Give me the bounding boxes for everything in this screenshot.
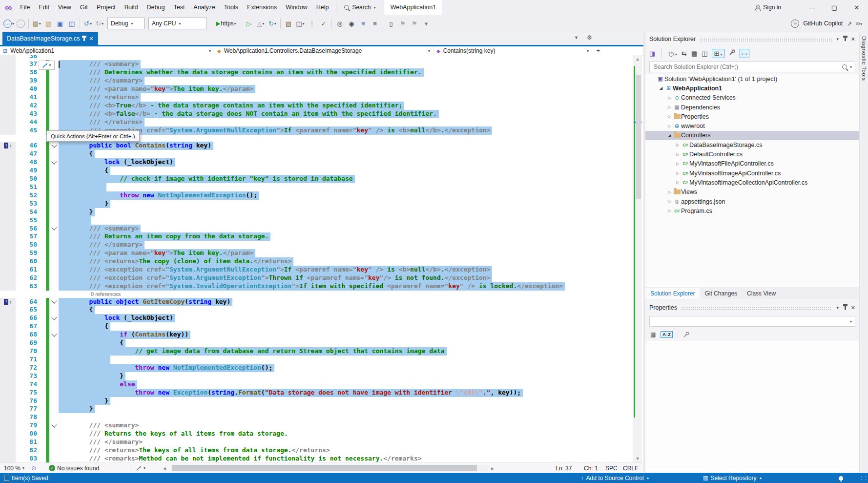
collapse-all-icon[interactable]: ▤ [691,50,697,57]
code-line-69[interactable]: 69 { [0,339,633,347]
fold-chevron-icon[interactable] [51,422,57,427]
tab-databaseimagestorage[interactable]: DataBaseImageStorage.cs ✕ [2,32,98,45]
decrease-indent-icon[interactable]: ≡ [357,18,369,29]
code-line-81[interactable]: 81 /// </summary> [0,438,633,446]
code-line-83[interactable]: 83 /// <remarks>Method can be not implem… [0,455,633,462]
code-fix-icon[interactable]: ▾ [136,463,145,473]
add-to-source-control-button[interactable]: ↑ Add to Source Control ▲ [581,473,650,483]
panel-tab-git-changes[interactable]: Git Changes [700,288,742,299]
column-indicator[interactable]: Ch: 1 [584,463,598,473]
menu-extensions[interactable]: Extensions [243,0,281,15]
solution-name-box[interactable]: WebApplication1 [384,0,442,15]
expander-icon[interactable]: ▷ [666,124,673,128]
close-tab-icon[interactable]: ✕ [89,36,93,42]
code-line-54[interactable]: 54 } [0,208,633,216]
diagnostic-tools-tab[interactable]: Diagnostic Tools [859,32,868,473]
close-icon[interactable]: ✕ [851,305,855,311]
preview-selected-items-icon[interactable]: ▭ [740,49,749,58]
code-line-65[interactable]: 65 { [0,306,633,314]
toolbar-overflow-icon[interactable]: ⋮ [306,18,318,29]
tree-item-appsettings-json[interactable]: ▷{}appsettings.json [645,197,859,206]
code-line-82[interactable]: 82 /// <returns>The keys of all items fr… [0,446,633,455]
solution-explorer-search[interactable]: ▾ [649,62,855,72]
search-control[interactable]: Search ▾ [344,4,375,11]
tree-item-solution-webapplication1-1-of-1-project[interactable]: ▣Solution 'WebApplication1' (1 of 1 proj… [645,74,859,84]
save-icon[interactable]: ▣ [54,18,66,29]
scroll-up-icon[interactable]: ▲ [633,57,642,62]
fold-chevron-icon[interactable] [51,142,57,147]
code-line-38[interactable]: 38 /// Determines whether the data stora… [0,68,633,77]
code-line-75[interactable]: 75 throw new Exception(string.Format("Da… [0,389,633,397]
pin-icon[interactable] [83,38,85,41]
expander-icon[interactable]: ◢ [658,86,664,90]
code-line-78[interactable]: 78 [0,413,633,421]
bookmark-margin-icon[interactable]: I [4,299,8,305]
bookmark-icon[interactable]: ▯ [385,18,397,29]
code-line-41[interactable]: 41 /// <returns> [0,93,633,102]
expander-icon[interactable]: ▷ [674,171,681,175]
spaces-indicator[interactable]: SPC [605,463,618,473]
fold-chevron-icon[interactable] [51,298,57,303]
tree-item-wwwroot[interactable]: ▷⊕wwwroot [645,121,859,130]
code-line-74[interactable]: 74 else [0,380,633,389]
code-line-68[interactable]: 68 if (Contains(key)) [0,331,633,339]
tab-options-gear-icon[interactable]: ⚙ [587,34,592,41]
attach-icon[interactable]: ◫▾ [294,18,306,29]
sign-in-button[interactable]: Sign in [755,4,781,11]
configuration-dropdown[interactable]: Debug▾ [107,18,145,29]
tree-item-properties[interactable]: ▷Properties [645,112,859,121]
code-line-70[interactable]: 70 // get image data from database and r… [0,347,633,356]
code-line-39[interactable]: 39 /// </summary> [0,77,633,85]
code-line-49[interactable]: 49 { [0,167,633,175]
code-line-64[interactable]: I↑64 public object GetItemCopy(string ke… [0,298,633,306]
navigate-to-icon[interactable]: ◎ [334,18,346,29]
copilot-menu-icon[interactable]: ∞▾ [856,20,862,27]
fold-chevron-icon[interactable] [51,159,57,164]
code-line-66[interactable]: 66 lock (_lockObject) [0,314,633,322]
tree-item-myvintasoftimageapicontroller-cs[interactable]: ▷C#MyVintasoftImageApiController.cs [645,168,859,178]
code-line-63[interactable]: 63 /// <exception cref="System.InvalidOp… [0,282,633,291]
properties-object-combobox[interactable]: ▾ [649,316,855,327]
tree-item-defaultcontroller-cs[interactable]: ▷C#DefaultController.cs [645,149,859,159]
fold-chevron-icon[interactable] [51,315,57,320]
code-line-43[interactable]: 43 /// <b>false</b> - the data storage d… [0,110,633,118]
menu-git[interactable]: Git [76,0,92,15]
code-line-55[interactable]: 55 [0,216,633,225]
scroll-down-icon[interactable]: ▼ [633,456,642,461]
toolbar-options-icon[interactable]: ▾ [420,18,432,29]
code-line-76[interactable]: 76 } [0,397,633,405]
alphabetical-sort-icon[interactable]: A↓Z [661,331,673,338]
scrollbar-thumb[interactable] [636,75,641,199]
code-line-50[interactable]: 50 // check if image with identifier "ke… [0,175,633,183]
bookmark-margin-icon[interactable]: I [4,143,8,148]
expander-icon[interactable]: ▷ [674,162,681,166]
tree-item-controllers[interactable]: ◢Controllers [645,131,859,140]
quick-actions-icon[interactable]: ▾ [39,61,55,70]
tree-item-program-cs[interactable]: ▷C#Program.cs [645,206,859,214]
go-to-definition-icon[interactable]: ◉ [346,18,357,29]
navigate-forward-icon[interactable]: → [15,18,26,29]
project-dropdown[interactable]: ⊞ WebApplication1 ▾ [0,46,214,55]
expander-icon[interactable]: ▷ [666,190,673,194]
expander-icon[interactable]: ▷ [666,114,673,119]
maximize-button[interactable]: ▢ [823,0,846,15]
expander-icon[interactable]: ▷ [666,209,673,213]
issues-indicator[interactable]: ✓ No issues found [49,463,99,473]
solution-explorer-header[interactable]: Solution Explorer ▼ ✕ [645,32,859,46]
code-line-36[interactable]: 36 [0,55,633,60]
menu-project[interactable]: Project [92,0,120,15]
code-line-72[interactable]: 72 throw new NotImplementedException(); [0,364,633,372]
undo-icon[interactable]: ↺▾ [82,18,94,29]
close-icon[interactable]: ✕ [851,36,855,42]
vertical-scrollbar[interactable]: ▲ ▼ [633,55,642,462]
select-repository-button[interactable]: ▥ Select Repository ▲ [703,473,762,483]
menu-analyze[interactable]: Analyze [189,0,219,15]
restart-icon[interactable]: ↻▾ [267,18,278,29]
close-button[interactable]: ✕ [846,0,868,15]
tree-item-myvintasoftimagecollectionapicontroller-cs[interactable]: ▷C#MyVintasoftImageCollectionApiControll… [645,178,859,187]
pending-changes-filter-icon[interactable]: ◷ ▾ [668,50,677,57]
fold-chevron-icon[interactable] [51,225,57,230]
window-menu-icon[interactable]: ▼ [836,306,840,310]
menu-edit[interactable]: Edit [34,0,54,15]
panel-tab-solution-explorer[interactable]: Solution Explorer [645,288,700,299]
